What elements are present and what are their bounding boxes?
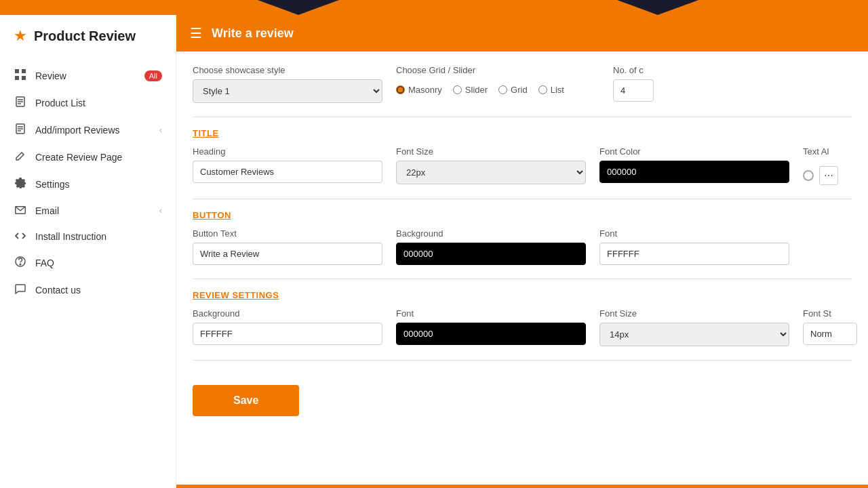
sidebar-item-email-label: Email (35, 205, 59, 216)
button-section-label: Button (193, 210, 852, 220)
radio-grid[interactable]: Grid (498, 85, 528, 95)
font-size-select[interactable]: 22px 14px 16px 18px 20px (396, 161, 586, 184)
radio-slider[interactable]: Slider (453, 85, 488, 95)
gear-icon (14, 178, 27, 191)
button-section: Button Button Text Background Font (193, 210, 852, 265)
sidebar-item-faq-label: FAQ (35, 258, 54, 268)
grid-icon (14, 69, 27, 83)
file-icon (14, 96, 27, 110)
svg-rect-3 (22, 76, 26, 80)
top-bar-triangle2 (617, 0, 698, 15)
heading-group: Heading (193, 146, 382, 183)
sidebar-item-contact-label: Contact us (35, 285, 81, 296)
email-arrow-icon: ‹ (159, 206, 162, 216)
radio-list-input[interactable] (538, 85, 547, 94)
radio-grid-input[interactable] (498, 85, 507, 94)
sidebar-item-settings[interactable]: Settings (0, 171, 176, 198)
title-form-row: Heading Font Size 22px 14px 16px 18px 20… (193, 146, 852, 185)
text-align-group: Text Al ⋯ (803, 146, 838, 185)
divider-3 (193, 279, 852, 279)
review-bg-group: Background (193, 308, 382, 345)
text-align-label: Text Al (803, 146, 838, 157)
review-bg-label: Background (193, 308, 382, 319)
sidebar-item-create-review[interactable]: Create Review Page (0, 144, 176, 171)
file-text-icon (14, 123, 27, 137)
radio-masonry[interactable]: Masonry (396, 85, 442, 95)
sidebar-item-add-import[interactable]: Add/import Reviews ‹ (0, 117, 176, 144)
showcase-style-label: Choose showcase style (193, 65, 382, 75)
text-align-center-btn[interactable]: ⋯ (819, 166, 838, 185)
divider-1 (193, 117, 852, 117)
title-section-label: Title (193, 128, 852, 138)
hamburger-icon[interactable]: ☰ (190, 25, 202, 41)
grid-slider-radio-group: Masonry Slider Grid List (396, 85, 599, 95)
app-title: Product Review (34, 28, 136, 44)
sidebar-item-product-list[interactable]: Product List (0, 89, 176, 117)
review-font-style-group: Font St (803, 308, 857, 345)
review-font-group: Font (396, 308, 586, 345)
review-font-input[interactable] (396, 323, 586, 345)
review-settings-row: Background Font Font Size 14px 12px 13px (193, 308, 852, 346)
question-icon (14, 256, 27, 270)
sidebar-item-contact[interactable]: Contact us (0, 277, 176, 304)
star-icon: ★ (14, 27, 27, 45)
grid-slider-group: Choose Grid / Slider Masonry Slider G (396, 65, 599, 95)
button-form-row: Button Text Background Font (193, 228, 852, 265)
review-font-size-select[interactable]: 14px 12px 13px 16px (599, 323, 789, 346)
font-color-label: Font Color (599, 146, 789, 157)
heading-input[interactable] (193, 161, 382, 183)
edit-icon (14, 150, 27, 164)
chat-icon (14, 283, 27, 297)
envelope-icon (14, 205, 27, 217)
button-text-input[interactable] (193, 243, 382, 265)
button-font-group: Font (599, 228, 789, 265)
review-bg-input[interactable] (193, 323, 382, 345)
button-text-label: Button Text (193, 228, 382, 239)
button-bg-input[interactable] (396, 243, 586, 265)
button-bg-label: Background (396, 228, 586, 239)
header-title: Write a review (212, 26, 294, 41)
radio-list-label: List (551, 85, 564, 95)
review-badge: All (144, 70, 162, 81)
review-font-label: Font (396, 308, 586, 319)
button-text-group: Button Text (193, 228, 382, 265)
grid-slider-label: Choose Grid / Slider (396, 65, 599, 75)
font-size-label: Font Size (396, 146, 586, 157)
radio-list[interactable]: List (538, 85, 564, 95)
radio-grid-label: Grid (511, 85, 528, 95)
no-of-col-input[interactable] (613, 79, 654, 102)
button-font-input[interactable] (599, 243, 789, 265)
save-button[interactable]: Save (193, 385, 299, 416)
sidebar-item-email[interactable]: Email ‹ (0, 198, 176, 224)
button-font-label: Font (599, 228, 789, 239)
top-bar (0, 0, 868, 15)
text-align-radio[interactable] (803, 170, 814, 181)
radio-masonry-input[interactable] (396, 85, 405, 94)
font-size-group: Font Size 22px 14px 16px 18px 20px (396, 146, 586, 184)
sidebar-item-review[interactable]: Review All (0, 62, 176, 89)
title-section: Title Heading Font Size 22px 14px 16px 1… (193, 128, 852, 185)
sidebar-item-settings-label: Settings (35, 179, 70, 190)
showcase-style-select[interactable]: Style 1 Style 2 Style 3 (193, 79, 382, 103)
sidebar-item-product-list-label: Product List (35, 98, 85, 108)
sidebar-item-create-review-label: Create Review Page (35, 152, 122, 163)
divider-2 (193, 199, 852, 199)
add-import-arrow-icon: ‹ (159, 125, 162, 135)
font-color-input[interactable] (599, 161, 789, 183)
review-font-size-label: Font Size (599, 308, 789, 319)
sidebar-item-install[interactable]: Install Instruction (0, 224, 176, 249)
review-font-style-input[interactable] (803, 323, 857, 345)
svg-point-14 (20, 264, 21, 265)
sidebar: ★ Product Review Review All Product List (0, 15, 176, 488)
app-container: ★ Product Review Review All Product List (0, 15, 868, 488)
main-content: ☰ Write a review Choose showcase style S… (176, 15, 868, 488)
sidebar-item-faq[interactable]: FAQ (0, 249, 176, 277)
heading-label: Heading (193, 146, 382, 157)
radio-slider-input[interactable] (453, 85, 462, 94)
no-of-col-group: No. of c (613, 65, 654, 102)
sidebar-item-install-label: Install Instruction (35, 231, 106, 242)
review-settings-section: REVIEW SETTINGS Background Font Font Siz… (193, 290, 852, 346)
button-bg-group: Background (396, 228, 586, 265)
radio-masonry-label: Masonry (408, 85, 442, 95)
sidebar-header: ★ Product Review (0, 15, 176, 57)
